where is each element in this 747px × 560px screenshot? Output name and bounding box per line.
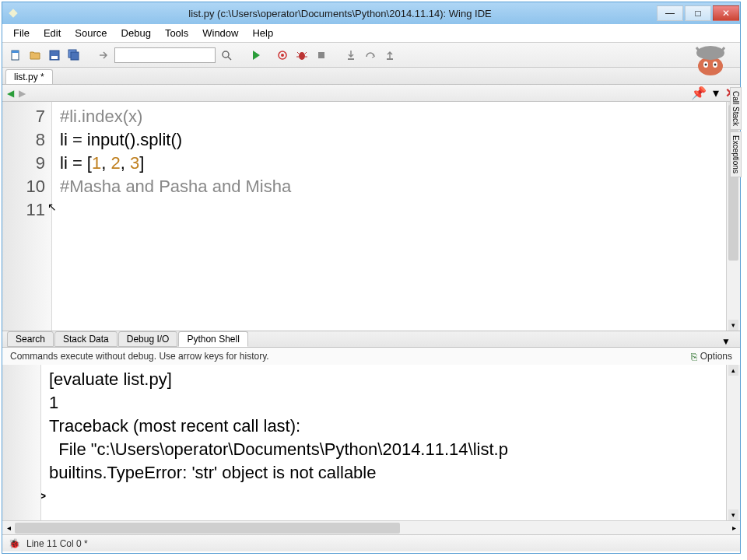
shell-vertical-scrollbar[interactable]: ▴ ▾ (726, 365, 740, 520)
file-tab[interactable]: list.py * (5, 69, 53, 84)
bottom-tab-python-shell[interactable]: Python Shell (178, 331, 247, 347)
debug-stop-on-exception-icon[interactable] (274, 47, 291, 64)
search-icon[interactable] (218, 47, 235, 64)
shell-output-line: builtins.TypeError: 'str' object is not … (49, 461, 740, 485)
svg-point-17 (705, 64, 707, 66)
wing-logo (687, 41, 734, 83)
code-line[interactable]: li = [1, 2, 3] (60, 152, 726, 175)
code-line[interactable]: #li.index(x) (60, 105, 726, 128)
shell-output-line: [evaluate list.py] (49, 368, 740, 391)
file-tab-strip: list.py * (2, 68, 740, 85)
shell-horizontal-scrollbar[interactable]: ◂ ▸ (2, 520, 740, 534)
search-input[interactable] (114, 47, 216, 63)
svg-rect-5 (71, 52, 79, 60)
side-tab-exceptions[interactable]: Exceptions (730, 131, 742, 177)
hscroll-thumb[interactable] (15, 523, 400, 534)
panel-menu-icon[interactable]: ▼ (717, 336, 735, 347)
menu-window[interactable]: Window (196, 26, 244, 40)
maximize-button[interactable]: □ (685, 5, 711, 21)
menu-tools[interactable]: Tools (159, 26, 195, 40)
new-file-icon[interactable] (7, 47, 24, 64)
bottom-tab-stack-data[interactable]: Stack Data (54, 331, 117, 347)
status-bar: 🐞 Line 11 Col 0 * (2, 534, 740, 551)
bottom-panel-tabs: SearchStack DataDebug I/OPython Shell ▼ (2, 331, 740, 348)
goto-icon[interactable] (95, 47, 112, 64)
app-icon (9, 9, 17, 17)
shell-output-line: Traceback (most recent call last): (49, 415, 740, 438)
save-all-icon[interactable] (65, 47, 82, 64)
options-icon[interactable]: ⎘ (691, 351, 697, 362)
scroll-down-icon[interactable]: ▾ (728, 509, 738, 520)
scroll-right-icon[interactable]: ▸ (728, 523, 740, 532)
code-line[interactable]: li = input().split() (60, 128, 726, 152)
svg-rect-12 (387, 58, 393, 60)
open-file-icon[interactable] (26, 47, 44, 64)
shell-output-line: File "c:\Users\operator\Documents\Python… (49, 438, 740, 461)
code-line[interactable]: #Masha and Pasha and Misha (60, 175, 726, 198)
minimize-button[interactable]: — (657, 5, 683, 21)
svg-rect-10 (318, 52, 324, 58)
title-bar: list.py (c:\Users\operator\Documents\Pyt… (2, 2, 740, 24)
code-area[interactable]: ↖ #li.index(x)li = input().split()li = [… (52, 102, 726, 331)
shell-info-bar: Commands execute without debug. Use arro… (2, 348, 740, 365)
status-bug-icon: 🐞 (9, 538, 20, 549)
window-title: list.py (c:\Users\operator\Documents\Pyt… (24, 8, 656, 19)
save-icon[interactable] (46, 47, 63, 64)
debug-bug-icon[interactable] (293, 47, 310, 64)
menu-help[interactable]: Help (246, 26, 279, 40)
svg-point-8 (281, 54, 284, 57)
pin-icon[interactable]: 📌 (691, 86, 707, 100)
menu-edit[interactable]: Edit (37, 26, 67, 40)
scroll-left-icon[interactable]: ◂ (2, 523, 15, 532)
menu-file[interactable]: File (7, 26, 36, 40)
shell-gutter (2, 365, 41, 520)
step-into-icon[interactable] (342, 47, 359, 64)
step-over-icon[interactable] (362, 47, 379, 64)
svg-point-18 (714, 64, 717, 66)
run-icon[interactable] (247, 47, 265, 64)
svg-point-9 (299, 52, 305, 60)
code-editor[interactable]: 7891011 ↖ #li.index(x)li = input().split… (2, 102, 740, 331)
step-out-icon[interactable] (381, 47, 398, 64)
scroll-up-icon[interactable]: ▴ (728, 365, 738, 376)
bottom-tab-debug-i-o[interactable]: Debug I/O (118, 331, 178, 347)
cursor-position: Line 11 Col 0 * (26, 538, 88, 549)
options-link[interactable]: Options (700, 351, 732, 362)
side-tab-call-stack[interactable]: Call Stack (730, 87, 742, 130)
code-line[interactable] (60, 198, 726, 222)
shell-hint-text: Commands execute without debug. Use arro… (10, 351, 269, 362)
shell-output-line: 1 (49, 391, 740, 415)
stop-icon[interactable] (313, 47, 330, 64)
dropdown-icon[interactable]: ▾ (713, 86, 719, 100)
nav-back-icon[interactable]: ◀ (7, 88, 14, 99)
menu-bar: File Edit Source Debug Tools Window Help (2, 24, 740, 43)
svg-rect-1 (12, 51, 19, 53)
menu-debug[interactable]: Debug (115, 26, 157, 40)
editor-nav-bar: ◀ ▶ 📌 ▾ ✕ (2, 85, 740, 102)
bottom-tab-search[interactable]: Search (7, 331, 54, 347)
python-shell[interactable]: [evaluate list.py]1Traceback (most recen… (2, 365, 740, 520)
toolbar (2, 43, 740, 68)
svg-point-6 (223, 51, 229, 58)
svg-rect-3 (51, 56, 58, 59)
nav-forward-icon[interactable]: ▶ (19, 88, 26, 99)
scroll-down-icon[interactable]: ▾ (728, 320, 738, 331)
mouse-cursor: ↖ (47, 201, 57, 213)
line-number-gutter: 7891011 (2, 102, 52, 331)
menu-source[interactable]: Source (68, 26, 113, 40)
shell-prompt[interactable]: >>> (16, 485, 740, 508)
svg-rect-11 (348, 58, 354, 60)
close-button[interactable]: ✕ (713, 5, 739, 21)
